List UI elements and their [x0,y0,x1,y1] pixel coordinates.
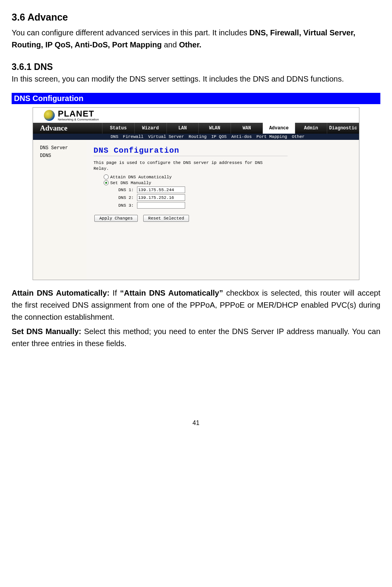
intro-paragraph: You can configure different advanced ser… [12,27,380,51]
subnav-virtual-server[interactable]: Virtual Server [148,134,184,139]
top-nav-title: Advance [33,123,102,134]
tab-status[interactable]: Status [102,123,134,134]
divider [94,156,288,156]
tab-diagnostic[interactable]: Diagnostic [327,123,359,134]
attain-dns-pre: If [109,289,120,297]
attain-dns-quote: “Attain DNS Automatically” [120,289,223,297]
set-dns-label: Set DNS Manually: [12,327,81,336]
tab-lan[interactable]: LAN [167,123,199,134]
intro-bold-other: Other. [179,40,201,49]
section-title: 3.6 Advance [12,12,380,23]
dns1-input[interactable] [137,186,185,193]
tab-wizard[interactable]: Wizard [134,123,167,134]
apply-changes-button[interactable]: Apply Changes [94,215,138,222]
brand-row: PLANET Networking & Communication [33,108,359,123]
dns1-label: DNS 1: [118,188,137,192]
subsection-paragraph: In this screen, you can modify the DNS s… [12,73,380,85]
router-ui-screenshot: PLANET Networking & Communication Advanc… [33,107,359,280]
panel-description: This page is used to configure the DNS s… [94,160,280,172]
radio-attain-auto[interactable] [104,174,109,179]
dns3-label: DNS 3: [118,203,137,208]
subnav-other[interactable]: Other [292,134,305,139]
sidebar-item-ddns[interactable]: DDNS [40,153,87,159]
dns2-label: DNS 2: [118,195,137,200]
option-attain-auto[interactable]: Attain DNS Automatically [104,174,352,179]
subsection-title: 3.6.1 DNS [12,62,380,72]
content-panel: DNS Configuration This page is used to c… [87,140,359,280]
tab-advance[interactable]: Advance [263,123,295,134]
brand-text-block: PLANET Networking & Communication [58,110,99,121]
dns1-row: DNS 1: [118,186,352,193]
set-dns-paragraph: Set DNS Manually: Select this method; yo… [12,326,380,350]
brand-name: PLANET [58,110,99,118]
brand-subtitle: Networking & Communication [58,118,99,121]
intro-mid: and [162,40,179,49]
dns3-input[interactable] [137,202,185,209]
dns-config-heading-bar: DNS Configuration [12,93,380,104]
subnav-firewall[interactable]: Firewall [123,134,144,139]
reset-selected-button[interactable]: Reset Selected [143,215,189,222]
subnav-anti-dos[interactable]: Anti-dos [231,134,252,139]
sidebar: DNS Server DDNS [33,140,87,280]
sidebar-item-dns-server[interactable]: DNS Server [40,145,87,151]
dns2-input[interactable] [137,194,185,201]
tab-admin[interactable]: Admin [295,123,327,134]
attain-dns-paragraph: Attain DNS Automatically: If “Attain DNS… [12,287,380,323]
subnav-dns[interactable]: DNS [111,134,118,139]
panel-title: DNS Configuration [94,146,352,155]
option-set-manually[interactable]: Set DNS Manually [104,180,352,185]
option-set-manually-label: Set DNS Manually [110,181,151,185]
page-number: 41 [12,420,380,427]
dns2-row: DNS 2: [118,194,352,201]
top-nav: Advance Status Wizard LAN WLAN WAN Advan… [33,123,359,134]
subnav-routing[interactable]: Routing [189,134,206,139]
dns3-row: DNS 3: [118,202,352,209]
subnav-ip-qos[interactable]: IP QOS [211,134,227,139]
sub-nav: DNS Firewall Virtual Server Routing IP Q… [33,134,359,140]
radio-set-manually[interactable] [104,180,109,185]
tab-wan[interactable]: WAN [231,123,263,134]
intro-prefix: You can configure different advanced ser… [12,28,250,37]
subnav-port-mapping[interactable]: Port Mapping [257,134,287,139]
brand-globe-icon [44,110,55,121]
option-attain-auto-label: Attain DNS Automatically [110,175,172,179]
attain-dns-label: Attain DNS Automatically: [12,289,109,297]
tab-wlan[interactable]: WLAN [198,123,231,134]
